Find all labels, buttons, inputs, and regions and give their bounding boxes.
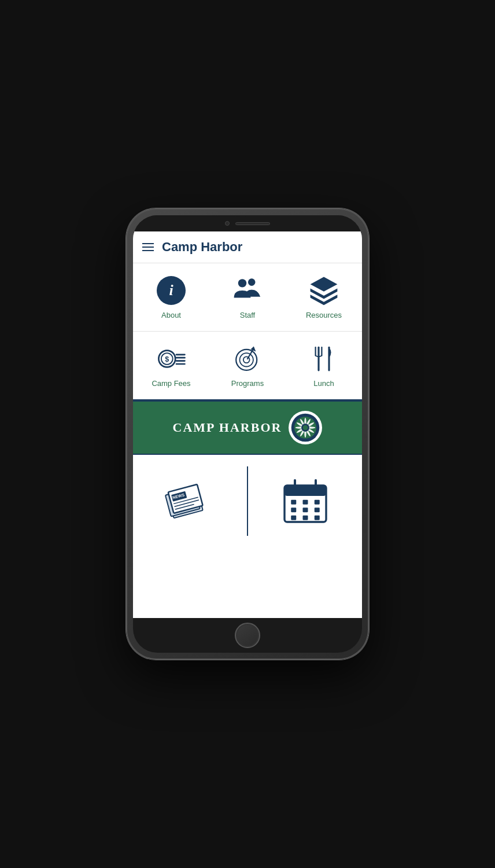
fees-icon: $ bbox=[156, 343, 187, 374]
svg-point-13 bbox=[240, 353, 253, 366]
bottom-row: NEWS bbox=[133, 455, 362, 547]
staff-icon-wrap bbox=[232, 275, 263, 306]
speaker-bar bbox=[235, 222, 270, 225]
svg-point-1 bbox=[248, 278, 256, 286]
menu-grid-row2: $ Camp Fees bbox=[133, 332, 362, 400]
camp-fees-button[interactable]: $ Camp Fees bbox=[133, 332, 209, 399]
lunch-button[interactable]: Lunch bbox=[286, 332, 362, 399]
screen: Camp Harbor i About bbox=[133, 231, 362, 618]
svg-rect-56 bbox=[302, 516, 308, 520]
svg-rect-55 bbox=[291, 516, 296, 520]
svg-marker-2 bbox=[311, 277, 338, 292]
svg-rect-48 bbox=[285, 486, 326, 496]
programs-label: Programs bbox=[231, 379, 264, 388]
calendar-button[interactable] bbox=[248, 455, 362, 547]
hamburger-menu-icon[interactable] bbox=[142, 243, 154, 251]
app-header: Camp Harbor bbox=[133, 231, 362, 263]
info-circle-icon: i bbox=[157, 276, 186, 305]
svg-rect-52 bbox=[291, 507, 296, 512]
about-icon-wrap: i bbox=[156, 275, 187, 306]
svg-rect-51 bbox=[314, 500, 319, 505]
camp-fees-label: Camp Fees bbox=[152, 379, 190, 388]
news-button[interactable]: NEWS bbox=[133, 455, 247, 547]
svg-point-0 bbox=[238, 279, 246, 287]
programs-icon bbox=[232, 343, 263, 374]
phone-body: Camp Harbor i About bbox=[133, 215, 362, 653]
fees-icon-wrap: $ bbox=[156, 343, 187, 374]
app-title: Camp Harbor bbox=[162, 240, 242, 255]
svg-rect-54 bbox=[314, 507, 319, 512]
news-icon: NEWS bbox=[164, 475, 216, 527]
svg-rect-57 bbox=[314, 516, 319, 520]
layers-icon bbox=[308, 275, 339, 306]
svg-point-36 bbox=[303, 425, 308, 431]
staff-button[interactable]: Staff bbox=[209, 263, 286, 331]
phone-device: Camp Harbor i About bbox=[126, 208, 369, 660]
lunch-icon bbox=[308, 343, 339, 374]
banner-text: CAMP HARBOR bbox=[173, 420, 282, 435]
menu-grid-row1: i About Staff bbox=[133, 263, 362, 332]
phone-top-bar bbox=[133, 215, 362, 231]
svg-rect-50 bbox=[302, 500, 308, 505]
camp-harbor-logo bbox=[290, 413, 320, 443]
svg-text:$: $ bbox=[165, 355, 169, 363]
hamburger-line bbox=[142, 250, 154, 251]
lunch-icon-wrap bbox=[308, 343, 339, 374]
about-label: About bbox=[161, 311, 181, 319]
hamburger-line bbox=[142, 243, 154, 244]
programs-icon-wrap bbox=[232, 343, 263, 374]
staff-icon bbox=[232, 275, 263, 306]
lunch-label: Lunch bbox=[313, 379, 334, 388]
camera-dot bbox=[225, 221, 230, 226]
svg-rect-49 bbox=[291, 500, 296, 505]
camp-banner: CAMP HARBOR bbox=[133, 400, 362, 455]
home-button[interactable] bbox=[235, 623, 260, 648]
staff-label: Staff bbox=[240, 311, 256, 319]
calendar-icon bbox=[279, 475, 331, 527]
resources-icon-wrap bbox=[308, 275, 339, 306]
banner-logo bbox=[289, 411, 322, 444]
resources-label: Resources bbox=[306, 311, 342, 319]
resources-button[interactable]: Resources bbox=[286, 263, 362, 331]
hamburger-line bbox=[142, 247, 154, 248]
svg-rect-53 bbox=[302, 507, 308, 512]
about-button[interactable]: i About bbox=[133, 263, 209, 331]
programs-button[interactable]: Programs bbox=[209, 332, 286, 399]
